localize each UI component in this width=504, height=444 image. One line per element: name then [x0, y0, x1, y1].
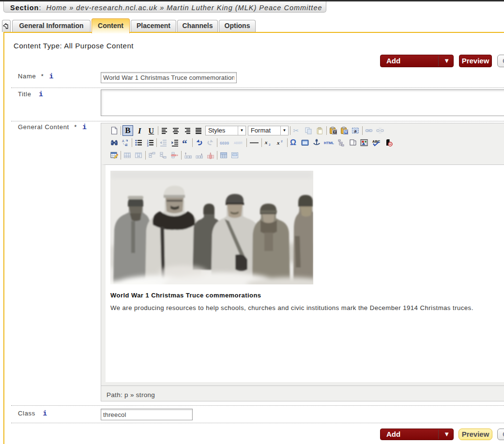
svg-text:x: x: [264, 139, 268, 145]
svg-text:W: W: [344, 130, 348, 133]
svg-text:A: A: [122, 139, 124, 143]
svg-text:2: 2: [281, 139, 283, 143]
svg-text:HTML: HTML: [324, 141, 334, 145]
svg-text:ABC: ABC: [372, 139, 381, 144]
svg-text:2: 2: [269, 143, 271, 147]
svg-text:x: x: [276, 140, 280, 146]
svg-text:T: T: [334, 130, 336, 133]
svg-text:ABBR: ABBR: [234, 141, 243, 145]
svg-text:a: a: [354, 128, 357, 133]
svg-text:3: 3: [147, 144, 148, 147]
svg-text:6699: 6699: [220, 140, 229, 145]
